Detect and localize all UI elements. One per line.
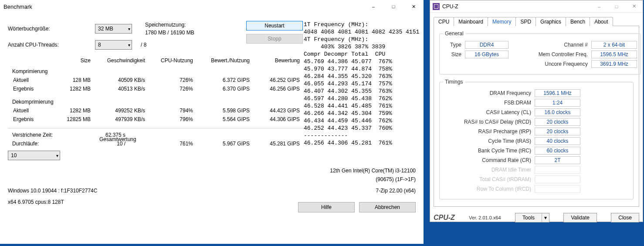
total-rpu: 5.967 GIPS [197, 128, 254, 148]
timing-label: DRAM Frequency [443, 90, 535, 96]
col-empty [8, 56, 56, 67]
tab-memory[interactable]: Memory [488, 17, 516, 26]
timing-label: RAS# Precharge (tRP) [443, 128, 535, 135]
col-rpu: Bewert./Nutzung [197, 56, 254, 67]
total-cpu: 761% [149, 128, 197, 148]
mcf-label: Mem Controller Freq. [526, 51, 591, 57]
chevron-down-icon: ▾ [56, 153, 58, 158]
tab-graphics[interactable]: Graphics [536, 17, 566, 26]
memory-value: 1780 MB / 16190 MB [145, 29, 194, 37]
timing-value: 1596.1 MHz [535, 89, 580, 97]
table-row: Ergebnis 12825 MB 497939 KB/s 796% 5.564… [8, 115, 304, 124]
timing-row: Cycle Time (tRAS)40 clocks [443, 137, 630, 145]
timing-value: 40 clocks [535, 137, 580, 145]
passes-label: Durchläufe: [12, 141, 39, 147]
threads-value: 8 [98, 42, 101, 48]
restart-button[interactable]: Neustart [246, 21, 303, 30]
tab-spd[interactable]: SPD [515, 17, 536, 26]
cancel-button[interactable]: Abbrechen [359, 202, 416, 212]
benchmark-content: Neustart Stopp Wörterbuchgröße: 32 MB ▾ … [0, 13, 424, 244]
dict-size-value: 32 MB [98, 26, 113, 32]
cpuz-app-icon [433, 3, 440, 10]
cpuz-title: CPU-Z [442, 3, 458, 10]
group-timings: Timings DRAM Frequency1596.1 MHzFSB:DRAM… [439, 79, 634, 199]
stop-button: Stopp [246, 34, 303, 44]
validate-button[interactable]: Validate [563, 213, 597, 222]
close-button[interactable]: ✕ [403, 0, 424, 13]
dict-size-label: Wörterbuchgröße: [8, 26, 91, 32]
timing-label: Bank Cycle Time (tRC) [443, 148, 535, 154]
cpuz-brand: CPU-Z [434, 214, 455, 222]
table-row: Ergebnis 1282 MB 40513 KB/s 726% 6.370 G… [8, 84, 304, 93]
timing-row: CAS# Latency (CL)16.0 clocks [443, 108, 630, 116]
timing-value: 20 clocks [535, 118, 580, 126]
window-controls: – □ ✕ [363, 0, 424, 13]
timing-value: 2T [535, 156, 580, 164]
threads-label: Anzahl CPU-Threads: [8, 42, 91, 48]
group-general: General Type DDR4 Size 16 GBytes Channel… [439, 30, 641, 74]
table-row: Aktuell 128 MB 40509 KB/s 726% 6.372 GIP… [8, 76, 304, 84]
memory-label: Speichernutzung: [145, 21, 194, 29]
channel-label: Channel # [526, 42, 591, 48]
chevron-down-icon: ▾ [128, 27, 130, 31]
cpuz-window: CPU-Z – □ ✕ CPU Mainboard Memory SPD Gra… [430, 0, 643, 222]
maximize-button[interactable]: □ [383, 0, 403, 13]
cpuz-footer: CPU-Z Ver. 2.01.0.x64 Tools ▾ Validate C… [430, 210, 643, 226]
tab-bench[interactable]: Bench [566, 17, 590, 26]
timing-value [535, 166, 580, 174]
benchmark-log: 1T Frequency (MHz): 4048 4068 4081 4081 … [304, 21, 419, 147]
group-general-legend: General [443, 30, 465, 37]
col-speed: Geschwindigkeit [95, 56, 149, 67]
tools-button[interactable]: Tools [515, 213, 542, 222]
timing-row: Total CAS# (tRDRAM) [443, 175, 630, 183]
tab-mainboard[interactable]: Mainboard [454, 17, 488, 26]
threads-total: / 8 [141, 42, 146, 48]
group-timings-legend: Timings [443, 79, 465, 85]
help-button[interactable]: Hilfe [298, 202, 355, 212]
tab-cpu[interactable]: CPU [434, 17, 454, 26]
timing-row: DRAM Frequency1596.1 MHz [443, 89, 630, 97]
close-button[interactable]: Close [611, 213, 639, 222]
timing-value: 60 clocks [535, 147, 580, 155]
timing-row: RAS# Precharge (tRP)20 clocks [443, 128, 630, 135]
results-table: Size Geschwindigkeit CPU-Nutzung Bewert.… [8, 56, 304, 148]
timing-label: CAS# Latency (CL) [443, 109, 535, 115]
channel-value: 2 x 64-bit [591, 41, 637, 49]
tools-dropdown-button[interactable]: ▾ [542, 213, 549, 222]
elapsed-label: Verstrichene Zeit: [12, 132, 53, 138]
cpuz-minimize-button[interactable]: – [590, 0, 608, 13]
timing-row: DRAM Idle Timer [443, 166, 630, 174]
timing-label: DRAM Idle Timer [443, 167, 535, 173]
timing-value: 20 clocks [535, 128, 580, 135]
uncore-value: 3691.9 MHz [591, 60, 637, 68]
timing-row: FSB:DRAM1:24 [443, 99, 630, 107]
timing-label: RAS# to CAS# Delay (tRCD) [443, 119, 535, 125]
cpu-info2: (90675) (1F->1F) [119, 175, 416, 184]
timing-value [535, 175, 580, 183]
col-size: Size [56, 56, 95, 67]
chevron-down-icon: ▾ [128, 43, 130, 47]
type-value: DDR4 [465, 41, 508, 49]
window-title: Benchmark [3, 3, 32, 10]
timing-value: 16.0 clocks [535, 108, 580, 116]
os-info: Windows 10.0 19044 : f:1F310F2774C [8, 186, 97, 195]
benchmark-window: Benchmark – □ ✕ Neustart Stopp Wörterbuc… [0, 0, 424, 244]
cpuz-close-button[interactable]: ✕ [625, 0, 643, 13]
cpuz-maximize-button: □ [608, 0, 625, 13]
timing-label: Cycle Time (tRAS) [443, 138, 535, 144]
type-label: Type [443, 42, 465, 48]
tab-about[interactable]: About [590, 17, 613, 26]
threads-combo[interactable]: 8 ▾ [95, 40, 132, 50]
timing-row: RAS# to CAS# Delay (tRCD)20 clocks [443, 118, 630, 126]
compress-heading: Komprimierung [8, 67, 304, 76]
timing-label: FSB:DRAM [443, 100, 535, 106]
size-value: 16 GBytes [465, 51, 508, 58]
timing-value [535, 185, 580, 193]
dict-size-combo[interactable]: 32 MB ▾ [95, 24, 132, 34]
cpu-info: 12th Gen Intel(R) Core(TM) i3-12100 [119, 166, 416, 175]
table-header-row: Size Geschwindigkeit CPU-Nutzung Bewert.… [8, 56, 304, 67]
minimize-button[interactable]: – [363, 0, 383, 13]
passes-combo[interactable]: 10 ▾ [8, 151, 60, 160]
timing-row: Bank Cycle Time (tRC)60 clocks [443, 147, 630, 155]
col-cpu: CPU-Nutzung [149, 56, 197, 67]
